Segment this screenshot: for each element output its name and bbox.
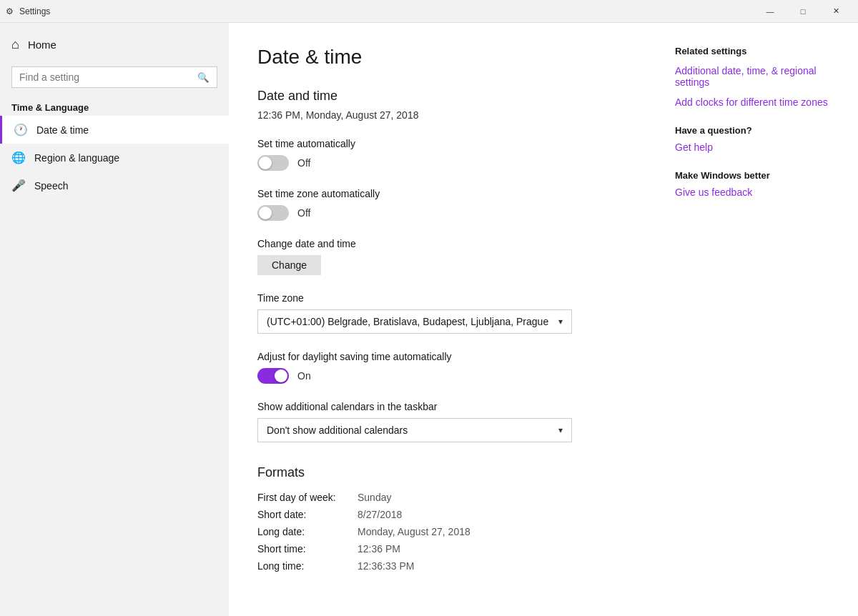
close-button[interactable]: ✕ xyxy=(819,0,852,23)
timezone-group: Time zone (UTC+01:00) Belgrade, Bratisla… xyxy=(257,292,629,334)
title-bar-left: ⚙ Settings xyxy=(6,6,50,16)
main-content: Date & time Date and time 12:36 PM, Mond… xyxy=(229,23,658,616)
related-link-0[interactable]: Additional date, time, & regional settin… xyxy=(675,65,841,88)
sidebar-label-region: Region & language xyxy=(34,152,119,164)
format-key: First day of week: xyxy=(257,492,358,503)
set-time-automatically-group: Set time automatically Off xyxy=(257,138,629,171)
format-value: Sunday xyxy=(358,492,391,503)
daylight-saving-label: Adjust for daylight saving time automati… xyxy=(257,351,629,362)
app-container: ⌂ Home 🔍 Time & Language 🕐 Date & time 🌐… xyxy=(0,23,858,616)
format-key: Long date: xyxy=(257,526,358,537)
toggle-thumb-daylight xyxy=(275,369,287,382)
format-value: 8/27/2018 xyxy=(358,509,402,520)
format-row: Long time:12:36:33 PM xyxy=(257,560,629,572)
format-value: 12:36:33 PM xyxy=(358,560,414,572)
window-controls: — □ ✕ xyxy=(754,0,852,23)
additional-calendars-group: Show additional calendars in the taskbar… xyxy=(257,401,629,442)
current-date-time: 12:36 PM, Monday, August 27, 2018 xyxy=(257,109,629,121)
title-bar: ⚙ Settings — □ ✕ xyxy=(0,0,858,23)
format-value: 12:36 PM xyxy=(358,543,400,555)
change-date-time-group: Change date and time Change xyxy=(257,238,629,275)
set-timezone-automatically-row: Off xyxy=(257,205,629,221)
get-help-link[interactable]: Get help xyxy=(675,141,841,153)
daylight-saving-row: On xyxy=(257,368,629,384)
set-time-automatically-state: Off xyxy=(297,157,310,169)
toggle-track-time xyxy=(257,155,289,171)
minimize-button[interactable]: — xyxy=(754,0,786,23)
timezone-dropdown-container: (UTC+01:00) Belgrade, Bratislava, Budape… xyxy=(257,309,629,334)
region-icon: 🌐 xyxy=(11,151,26,164)
sidebar-home[interactable]: ⌂ Home xyxy=(0,29,229,61)
date-time-icon: 🕐 xyxy=(14,123,28,136)
sidebar-item-date-time[interactable]: 🕐 Date & time xyxy=(0,116,229,144)
additional-calendars-label: Show additional calendars in the taskbar xyxy=(257,401,629,412)
set-timezone-automatically-state: Off xyxy=(297,207,310,219)
set-timezone-automatically-label: Set time zone automatically xyxy=(257,188,629,199)
have-question-title: Have a question? xyxy=(675,125,841,136)
app-title: Settings xyxy=(19,6,50,16)
change-button[interactable]: Change xyxy=(257,255,321,275)
additional-calendars-dropdown[interactable]: Don't show additional calendars ▾ xyxy=(257,418,572,442)
search-container: 🔍 xyxy=(0,61,229,94)
timezone-label: Time zone xyxy=(257,292,629,304)
home-icon: ⌂ xyxy=(11,37,19,52)
sidebar-label-speech: Speech xyxy=(34,180,68,192)
sidebar-item-speech[interactable]: 🎤 Speech xyxy=(0,172,229,199)
speech-icon: 🎤 xyxy=(11,179,26,192)
set-time-automatically-label: Set time automatically xyxy=(257,138,629,149)
timezone-selected: (UTC+01:00) Belgrade, Bratislava, Budape… xyxy=(267,316,548,327)
timezone-dropdown[interactable]: (UTC+01:00) Belgrade, Bratislava, Budape… xyxy=(257,309,572,334)
set-timezone-automatically-group: Set time zone automatically Off xyxy=(257,188,629,221)
maximize-button[interactable]: □ xyxy=(786,0,819,23)
sidebar-section-title: Time & Language xyxy=(0,96,229,116)
toggle-thumb-time xyxy=(259,157,272,169)
format-row: First day of week:Sunday xyxy=(257,492,629,503)
search-button[interactable]: 🔍 xyxy=(190,68,217,87)
format-key: Long time: xyxy=(257,560,358,572)
daylight-saving-state: On xyxy=(297,370,311,382)
format-key: Short date: xyxy=(257,509,358,520)
set-time-automatically-toggle[interactable] xyxy=(257,155,289,171)
additional-calendars-dropdown-container: Don't show additional calendars ▾ xyxy=(257,418,629,442)
formats-rows: First day of week:SundayShort date:8/27/… xyxy=(257,492,629,572)
have-question-section: Have a question? Get help xyxy=(675,125,841,153)
make-windows-better-title: Make Windows better xyxy=(675,170,841,181)
format-key: Short time: xyxy=(257,543,358,555)
page-title: Date & time xyxy=(257,46,629,69)
timezone-dropdown-arrow: ▾ xyxy=(558,317,563,327)
search-box: 🔍 xyxy=(11,66,217,88)
make-windows-better-section: Make Windows better Give us feedback xyxy=(675,170,841,198)
calendars-dropdown-arrow: ▾ xyxy=(558,425,563,435)
set-time-automatically-row: Off xyxy=(257,155,629,171)
search-input[interactable] xyxy=(12,67,190,87)
toggle-track-timezone xyxy=(257,205,289,221)
sidebar: ⌂ Home 🔍 Time & Language 🕐 Date & time 🌐… xyxy=(0,23,229,616)
format-row: Long date:Monday, August 27, 2018 xyxy=(257,526,629,537)
format-value: Monday, August 27, 2018 xyxy=(358,526,470,537)
date-time-section-title: Date and time xyxy=(257,89,629,104)
set-timezone-automatically-toggle[interactable] xyxy=(257,205,289,221)
change-date-time-label: Change date and time xyxy=(257,238,629,249)
settings-icon: ⚙ xyxy=(6,6,14,16)
sidebar-label-date-time: Date & time xyxy=(36,124,89,136)
give-feedback-link[interactable]: Give us feedback xyxy=(675,187,841,198)
toggle-thumb-timezone xyxy=(259,207,272,219)
content-area: Date & time Date and time 12:36 PM, Mond… xyxy=(229,23,858,616)
right-panel: Related settings Additional date, time, … xyxy=(658,23,858,616)
daylight-saving-group: Adjust for daylight saving time automati… xyxy=(257,351,629,384)
related-settings-title: Related settings xyxy=(675,46,841,56)
format-row: Short time:12:36 PM xyxy=(257,543,629,555)
toggle-track-daylight xyxy=(257,368,289,384)
format-row: Short date:8/27/2018 xyxy=(257,509,629,520)
formats-title: Formats xyxy=(257,465,629,480)
sidebar-item-region-language[interactable]: 🌐 Region & language xyxy=(0,144,229,172)
home-label: Home xyxy=(28,39,56,51)
additional-calendars-selected: Don't show additional calendars xyxy=(267,424,408,436)
daylight-saving-toggle[interactable] xyxy=(257,368,289,384)
related-link-1[interactable]: Add clocks for different time zones xyxy=(675,96,841,108)
